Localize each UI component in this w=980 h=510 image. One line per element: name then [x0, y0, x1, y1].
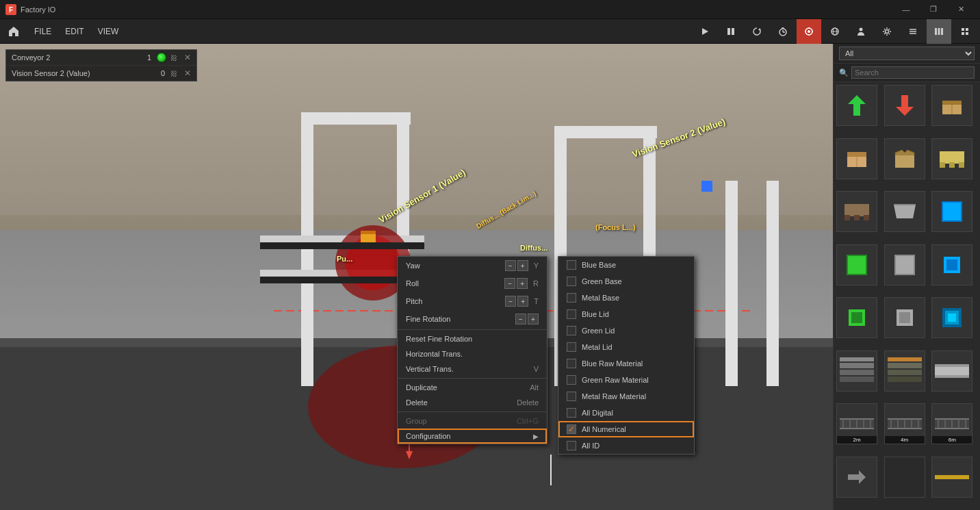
grid-item-arrow-left[interactable] — [836, 457, 877, 498]
sub-blue-base-label: Blue Base — [582, 261, 616, 269]
grid-item-stacked-1[interactable] — [836, 350, 877, 392]
ctx-roll[interactable]: Roll − + R — [398, 275, 547, 292]
ctx-pitch[interactable]: Pitch − + T — [398, 292, 547, 310]
maximize-button[interactable]: ❐ — [920, 0, 947, 19]
sub-green-base[interactable]: Green Base — [558, 273, 694, 290]
list-button[interactable] — [901, 19, 925, 44]
ctx-fine-rotation[interactable]: Fine Rotation − + — [398, 310, 547, 328]
ctx-roll-minus[interactable]: − — [504, 278, 515, 289]
viewport[interactable]: Vision Sensor 1 (Value) Diffus... (Back … — [0, 44, 833, 510]
ctx-yaw[interactable]: Yaw − + Y — [398, 257, 547, 275]
grid-item-green-small[interactable] — [836, 297, 877, 338]
grid-item-gray-small[interactable] — [884, 297, 925, 338]
hud-link-icon-1[interactable]: ⛓ — [170, 54, 177, 62]
minimize-button[interactable]: — — [892, 0, 920, 19]
sub-blue-raw[interactable]: Blue Raw Material — [558, 355, 694, 372]
sub-metal-raw[interactable]: Metal Raw Material — [558, 388, 694, 405]
grid-item-conv-2m[interactable]: 2m — [836, 403, 877, 444]
gear-button[interactable] — [875, 19, 899, 44]
ctx-configuration-label: Configuration — [406, 432, 533, 440]
sub-all-numerical-label: All Numerical — [582, 425, 626, 433]
ctx-v-trans[interactable]: Vertical Trans. V — [398, 361, 547, 377]
ctx-duplicate[interactable]: Duplicate Alt — [398, 380, 547, 395]
sub-all-digital[interactable]: All Digital — [558, 405, 694, 421]
ctx-h-trans[interactable]: Horizontal Trans. — [398, 346, 547, 361]
play-button[interactable] — [693, 19, 717, 44]
ctx-delete[interactable]: Delete Delete — [398, 395, 547, 410]
svg-rect-86 — [840, 377, 874, 382]
grid-item-tray[interactable] — [884, 191, 925, 232]
grid-item-tan-box[interactable] — [836, 138, 877, 179]
home-icon[interactable] — [3, 21, 25, 42]
ctx-yaw-plus[interactable]: + — [517, 260, 528, 271]
grid-item-blue-square[interactable] — [931, 191, 972, 232]
target-button[interactable] — [797, 19, 821, 44]
menu-view[interactable]: VIEW — [91, 24, 126, 39]
ctx-yaw-minus[interactable]: − — [505, 260, 516, 271]
globe-button[interactable] — [823, 19, 847, 44]
svg-rect-27 — [962, 28, 964, 31]
hud-close-2[interactable]: ✕ — [184, 68, 191, 78]
ctx-pitch-plus[interactable]: + — [517, 296, 528, 307]
sub-all-numerical[interactable]: ✓ All Numerical — [558, 421, 694, 437]
grid-item-conv-6m[interactable]: 6m — [931, 403, 972, 444]
person-button[interactable] — [849, 19, 873, 44]
ctx-fine-minus[interactable]: − — [515, 314, 526, 324]
sub-checkbox-all-id — [567, 441, 576, 450]
hud-link-icon-2[interactable]: ⛓ — [170, 70, 177, 77]
grid-item-empty-1[interactable] — [884, 457, 925, 498]
conv-6m-label: 6m — [932, 436, 972, 444]
search-input[interactable] — [851, 66, 975, 79]
svg-rect-29 — [962, 32, 964, 35]
grid-item-conv-4m[interactable]: 4m — [884, 403, 925, 444]
sub-checkbox-green-raw — [567, 375, 576, 385]
menu-file[interactable]: FILE — [27, 24, 58, 39]
reset-button[interactable] — [745, 19, 769, 44]
grid-item-gray-square[interactable] — [884, 244, 925, 285]
svg-point-20 — [886, 29, 889, 33]
ctx-yaw-label: Yaw — [406, 262, 502, 270]
grid-item-dark-pallet[interactable] — [836, 191, 877, 232]
svg-rect-66 — [949, 162, 955, 168]
hud-conveyor-name: Conveyor 2 — [12, 53, 147, 62]
sub-blue-base[interactable]: Blue Base — [558, 257, 694, 273]
timer-button[interactable] — [771, 19, 795, 44]
sub-all-id[interactable]: All ID — [558, 437, 694, 454]
sub-green-lid[interactable]: Green Lid — [558, 322, 694, 339]
check-icon: ✓ — [568, 424, 575, 434]
ctx-pitch-minus[interactable]: − — [505, 296, 516, 307]
search-bar: 🔍 — [834, 64, 980, 82]
ctx-roll-plus[interactable]: + — [517, 278, 528, 289]
ctx-fine-plus[interactable]: + — [528, 314, 539, 324]
bars-button[interactable] — [927, 19, 951, 44]
close-button[interactable]: ✕ — [947, 0, 975, 19]
window-controls: — ❐ ✕ — [892, 0, 975, 19]
grid-item-green-square[interactable] — [836, 244, 877, 285]
sidebar-category-dropdown[interactable]: All — [839, 47, 975, 60]
grid-item-brown-box[interactable] — [931, 85, 972, 126]
grid-item-yellow-bar[interactable] — [931, 457, 972, 498]
sub-metal-lid[interactable]: Metal Lid — [558, 339, 694, 355]
app-logo-icon: F — [5, 4, 16, 15]
settings2-button[interactable] — [953, 19, 977, 44]
sub-blue-lid[interactable]: Blue Lid — [558, 306, 694, 322]
grid-item-pallet-yellow[interactable] — [931, 138, 972, 179]
grid-item-stacked-2[interactable] — [884, 350, 925, 392]
ctx-configuration[interactable]: Configuration ▶ — [398, 429, 547, 444]
sub-menu: Blue Base Green Base Metal Base Blue Lid… — [558, 256, 695, 455]
ctx-group[interactable]: Group Ctrl+G — [398, 413, 547, 429]
menu-edit[interactable]: EDIT — [58, 24, 90, 39]
grid-item-green-arrow[interactable] — [836, 85, 877, 126]
main-area: Vision Sensor 1 (Value) Diffus... (Back … — [0, 44, 980, 510]
sub-green-raw[interactable]: Green Raw Material — [558, 372, 694, 388]
grid-item-blue-small[interactable] — [931, 244, 972, 285]
hud-close-1[interactable]: ✕ — [184, 53, 191, 62]
grid-item-open-box[interactable] — [884, 138, 925, 179]
sub-metal-base[interactable]: Metal Base — [558, 290, 694, 306]
sub-checkbox-all-digital — [567, 408, 576, 418]
pause-button[interactable] — [719, 19, 743, 44]
grid-item-red-arrow[interactable] — [884, 85, 925, 126]
ctx-reset-fine[interactable]: Reset Fine Rotation — [398, 331, 547, 346]
grid-item-blue-circuit[interactable] — [931, 297, 972, 338]
grid-item-flat[interactable] — [931, 350, 972, 392]
